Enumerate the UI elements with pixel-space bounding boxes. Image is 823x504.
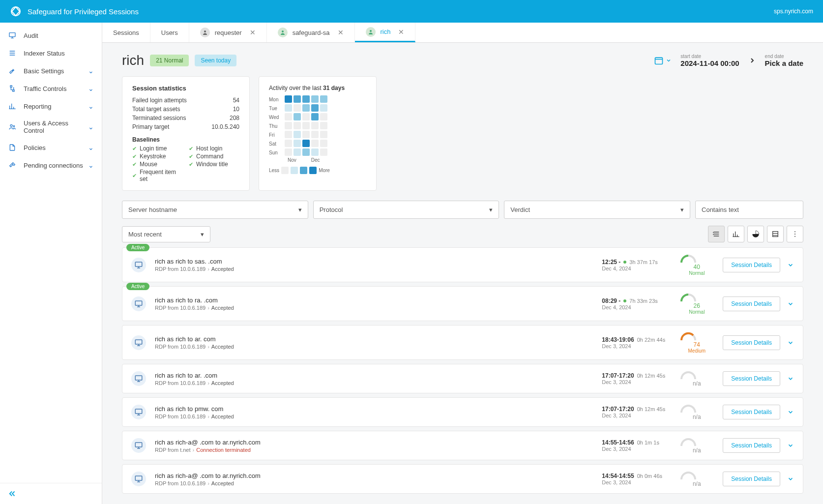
heatmap-cell [285, 122, 292, 129]
sidebar-item-pending-connections[interactable]: Pending connections⌄ [0, 156, 102, 174]
sidebar-item-audit[interactable]: Audit [0, 27, 102, 44]
session-details-button[interactable]: Session Details [723, 258, 780, 272]
gauge-icon [679, 254, 697, 264]
check-icon: ✔ [189, 153, 193, 160]
session-row: rich as rich to ar. .comRDP from 10.0.6.… [122, 364, 803, 393]
app-logo-icon [10, 5, 22, 17]
server-hostname-select[interactable]: Server hostname▾ [122, 201, 308, 219]
view-list-button[interactable] [708, 226, 725, 242]
sidebar-item-basic-settings[interactable]: Basic Settings⌄ [0, 62, 102, 80]
heatmap-cell [294, 113, 301, 120]
heatmap-cell [311, 113, 319, 120]
heatmap-cell [311, 122, 319, 129]
session-row: rich as rich to pmw. comRDP from 10.0.6.… [122, 397, 803, 427]
sidebar-item-indexer-status[interactable]: Indexer Status [0, 44, 102, 62]
svg-point-0 [11, 7, 20, 16]
close-icon[interactable]: ✕ [338, 29, 344, 36]
close-icon[interactable]: ✕ [398, 28, 404, 36]
view-pie-button[interactable] [747, 226, 764, 242]
stat-row: Terminated sessions208 [132, 114, 239, 122]
heatmap-cell [302, 113, 310, 120]
heatmap-cell [294, 104, 301, 112]
heatmap-cell [302, 104, 310, 112]
contains-text-input[interactable]: Contains text [695, 201, 803, 219]
active-badge: Active [126, 283, 149, 290]
session-details-button[interactable]: Session Details [723, 472, 780, 486]
baseline-item: ✔Mouse [132, 161, 183, 168]
gauge-icon [679, 293, 697, 302]
chevron-down-icon[interactable] [787, 409, 794, 415]
svg-rect-10 [773, 232, 778, 237]
session-row: rich as rich to ar. comRDP from 10.0.6.1… [122, 325, 803, 360]
close-icon[interactable]: ✕ [250, 29, 256, 36]
sort-select[interactable]: Most recent▾ [122, 226, 210, 242]
session-details-button[interactable]: Session Details [723, 438, 780, 453]
tab-sessions[interactable]: Sessions [102, 23, 150, 42]
gauge-icon [679, 370, 697, 380]
wrench-icon [8, 66, 17, 75]
view-chart-button[interactable] [728, 226, 744, 242]
traffic-icon [8, 84, 17, 93]
monitor-icon [131, 335, 146, 350]
topbar: Safeguard for Privileged Sessions sps.ny… [0, 0, 823, 23]
gauge-icon [679, 404, 697, 414]
activity-card: Activity over the last 31 days MonTueWed… [259, 76, 377, 191]
session-details-button[interactable]: Session Details [723, 371, 780, 386]
heatmap-cell [320, 122, 327, 129]
session-details-button[interactable]: Session Details [723, 405, 780, 419]
sidebar-collapse-button[interactable] [0, 483, 102, 504]
chevron-down-icon[interactable] [787, 300, 794, 307]
heatmap-cell [311, 95, 319, 103]
check-icon: ✔ [132, 173, 137, 179]
end-date-picker[interactable]: end date Pick a date [765, 54, 803, 67]
tab-safeguard-sa[interactable]: safeguard-sa✕ [267, 23, 355, 42]
sidebar-item-users-access-control[interactable]: Users & Access Control⌄ [0, 115, 102, 139]
chevron-down-icon[interactable] [787, 262, 794, 268]
users-icon [8, 122, 17, 131]
heatmap-cell [302, 95, 310, 103]
heatmap-cell [320, 140, 327, 147]
status-badge-seen: Seen today [195, 55, 236, 66]
status-badge-normal: 21 Normal [150, 55, 189, 66]
session-details-button[interactable]: Session Details [723, 335, 780, 350]
protocol-select[interactable]: Protocol▾ [313, 201, 500, 219]
active-dot-icon [623, 261, 626, 264]
heatmap-cell [302, 122, 310, 129]
hammer-icon [8, 161, 17, 170]
tab-rich[interactable]: rich✕ [355, 23, 416, 42]
user-icon [278, 28, 288, 37]
monitor-icon [131, 405, 146, 419]
chevron-down-icon[interactable] [787, 339, 794, 346]
chevron-down-icon[interactable] [787, 442, 794, 449]
heatmap-cell [285, 104, 292, 112]
gauge-icon [679, 437, 697, 447]
svg-point-6 [204, 30, 206, 32]
svg-rect-16 [135, 340, 142, 344]
heatmap-cell [302, 131, 310, 138]
heatmap-cell [311, 140, 319, 147]
tab-requester[interactable]: requester✕ [189, 23, 267, 42]
session-row: rich as rich-a@ .com to ar.nyrich.comRDP… [122, 464, 803, 494]
heatmap-cell [294, 131, 301, 138]
chart-icon [8, 102, 17, 111]
tab-users[interactable]: Users [150, 23, 189, 42]
heatmap-cell [294, 140, 301, 147]
svg-rect-15 [135, 301, 142, 305]
host-label: sps.nyrich.com [774, 8, 813, 15]
sidebar-item-reporting[interactable]: Reporting⌄ [0, 97, 102, 115]
check-icon: ✔ [132, 161, 137, 168]
heatmap-cell [320, 95, 327, 103]
sidebar-item-policies[interactable]: Policies⌄ [0, 139, 102, 156]
chevron-down-icon[interactable] [787, 375, 794, 382]
view-more-button[interactable] [787, 226, 803, 242]
calendar-icon[interactable] [654, 56, 672, 65]
session-details-button[interactable]: Session Details [723, 296, 780, 311]
session-row: rich as rich-a@ .com to ar.nyrich.comRDP… [122, 431, 803, 460]
sidebar-item-traffic-controls[interactable]: Traffic Controls⌄ [0, 80, 102, 97]
view-table-button[interactable] [767, 226, 784, 242]
verdict-select[interactable]: Verdict▾ [504, 201, 690, 219]
list-icon [8, 49, 17, 58]
start-date-picker[interactable]: start date 2024-11-04 00:00 [680, 54, 739, 67]
svg-rect-9 [655, 58, 663, 64]
chevron-down-icon[interactable] [787, 475, 794, 482]
